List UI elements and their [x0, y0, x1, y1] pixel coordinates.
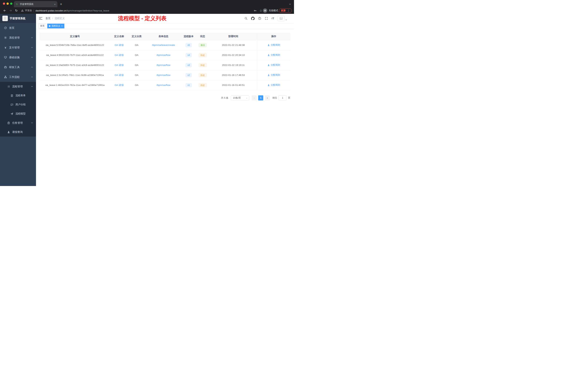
fullscreen-icon[interactable]: [265, 17, 268, 20]
chat-group-icon: [10, 103, 13, 106]
definition-name-link[interactable]: OA 请假: [115, 84, 124, 87]
bookmark-star-icon[interactable]: ☆: [260, 9, 262, 12]
update-label: 更新: [281, 9, 286, 12]
next-page-button[interactable]: ›: [265, 95, 270, 100]
cell-actions: 分配规则: [257, 80, 290, 90]
browser-update-button[interactable]: 更新 ⋮: [279, 8, 292, 13]
cell-version: v2: [182, 70, 196, 80]
assign-rule-button[interactable]: 分配规则: [267, 53, 280, 57]
version-badge: v5: [186, 43, 192, 47]
table-row: oa_leave:2:3c1f0ef1-76b1-11ec-9c66-a2380…: [40, 70, 290, 80]
tag-home[interactable]: 首页: [39, 24, 46, 28]
page-size-select[interactable]: 10条/页: [231, 95, 249, 100]
form-info-link[interactable]: /bpm/oa/flow: [157, 84, 170, 87]
tag-close-icon[interactable]: ×: [61, 25, 63, 27]
assign-rule-button[interactable]: 分配规则: [267, 73, 280, 77]
cell-definition-name: OA 请假: [110, 80, 128, 90]
new-tab-button[interactable]: +: [60, 2, 62, 6]
security-indicator[interactable]: 不安全: [21, 9, 32, 12]
cell-definition-id: oa_leave:4:991f2193-7b7f-11ec-a3c8-acde4…: [40, 50, 110, 60]
sidebar-item-process-model[interactable]: 流程模型: [0, 109, 36, 118]
cell-definition-id: oa_leave:2:3c1f0ef1-76b1-11ec-9c66-a2380…: [40, 70, 110, 80]
address-field[interactable]: 不安全 dashboard.yudao.iocoder.cn/bpm/manag…: [21, 9, 262, 12]
cell-form-info: /bpm/oa/flow: [145, 50, 182, 60]
goto-page-input[interactable]: [279, 95, 286, 100]
sidebar-item-dev-tools[interactable]: 研发工具: [0, 62, 36, 72]
form-info-link[interactable]: /bpm/oa/leave/create: [152, 44, 175, 46]
table-row: oa_leave:1:482ec033-762a-11ec-8477-a2380…: [40, 80, 290, 90]
github-icon[interactable]: [251, 17, 254, 20]
sidebar-item-process-form[interactable]: 流程表单: [0, 91, 36, 100]
tab-search-chevron-icon[interactable]: [289, 3, 291, 5]
window-minimize-button[interactable]: [7, 2, 9, 5]
sidebar-item-leave-query[interactable]: 请假查询: [0, 127, 36, 136]
tag-process-definition[interactable]: 流程定义 ×: [47, 24, 64, 28]
sidebar-item-process-mgmt[interactable]: 流程管理: [0, 82, 36, 91]
cell-status: 激活: [196, 40, 210, 50]
security-label: 不安全: [25, 9, 32, 12]
col-header-definition-name: 定义名称: [110, 33, 128, 40]
prev-page-button[interactable]: ‹: [252, 95, 257, 100]
form-info-link[interactable]: /bpm/oa/flow: [157, 74, 170, 77]
version-badge: v3: [186, 63, 192, 67]
cell-version: v4: [182, 50, 196, 60]
window-close-button[interactable]: [3, 2, 5, 5]
sidebar-item-home[interactable]: 首页: [0, 23, 36, 33]
sidebar: 芋道管理系统 首页 系统管理 ¥ 支付管理 基础设施 研发工具: [0, 14, 36, 186]
assign-rule-button[interactable]: 分配规则: [267, 43, 280, 47]
tags-view-bar: 首页 流程定义 ×: [36, 23, 294, 29]
workflow-submenu: 流程管理 流程表单 用户分组 流程模型 任务管理: [0, 82, 36, 136]
app-logo[interactable]: 芋道管理系统: [0, 14, 36, 23]
sidebar-item-user-group[interactable]: 用户分组: [0, 100, 36, 109]
reload-icon[interactable]: ↻: [14, 8, 19, 13]
url-text: dashboard.yudao.iocoder.cn/bpm/manager/d…: [35, 9, 109, 12]
window-zoom-button[interactable]: [10, 2, 12, 5]
back-icon[interactable]: [2, 8, 7, 13]
assign-rule-label: 分配规则: [271, 53, 280, 57]
breadcrumb: 首页 / 流程定义: [45, 17, 65, 20]
form-info-link[interactable]: /bpm/oa/flow: [157, 54, 170, 56]
definition-name-link[interactable]: OA 请假: [115, 44, 124, 46]
cell-definition-id: oa_leave:1:482ec033-762a-11ec-8477-a2380…: [40, 80, 110, 90]
assign-rule-button[interactable]: 分配规则: [267, 83, 280, 87]
cell-form-info: /bpm/oa/flow: [145, 80, 182, 90]
forward-icon[interactable]: [8, 8, 13, 13]
definition-name-link[interactable]: OA 请假: [115, 64, 124, 66]
font-size-icon[interactable]: TT: [272, 17, 274, 20]
table-header-row: 定义编号 定义名称 定义分类 表单信息 流程版本 状态 部署时间 操作: [40, 33, 290, 40]
sidebar-item-infrastructure[interactable]: 基础设施: [0, 52, 36, 62]
hamburger-icon[interactable]: [39, 17, 42, 20]
caret-down-icon: [285, 19, 287, 21]
cell-category: OA: [128, 80, 145, 90]
form-info-link[interactable]: /bpm/oa/flow: [157, 64, 170, 66]
assign-rule-label: 分配规则: [271, 83, 280, 87]
paper-plane-icon: [10, 112, 13, 115]
browser-window: 芋道管理系统 × + ↻ 不安全 dashboard.yudao.iocoder…: [0, 0, 294, 14]
sidebar-item-payment-mgmt[interactable]: ¥ 支付管理: [0, 43, 36, 52]
sidebar-item-system-mgmt[interactable]: 系统管理: [0, 33, 36, 43]
breadcrumb-home[interactable]: 首页: [45, 17, 51, 20]
password-key-icon[interactable]: [254, 9, 257, 12]
sidebar-item-task-mgmt[interactable]: 任务管理: [0, 118, 36, 127]
chevron-down-icon: [31, 122, 33, 124]
table-body: oa_leave:5:004b710b-7b8a-11ec-8ef0-acde4…: [40, 40, 290, 90]
tab-close-icon[interactable]: ×: [54, 3, 56, 6]
browser-menu-icon[interactable]: ⋮: [287, 9, 290, 12]
user-icon: [267, 44, 270, 46]
assign-rule-button[interactable]: 分配规则: [267, 63, 280, 67]
chevron-down-icon: [31, 37, 33, 39]
search-icon[interactable]: [244, 17, 248, 20]
incognito-label: 无痕模式: [269, 9, 278, 12]
definition-name-link[interactable]: OA 请假: [115, 74, 124, 77]
sidebar-item-workflow[interactable]: 工作流程: [0, 72, 36, 82]
definition-name-link[interactable]: OA 请假: [115, 54, 124, 56]
chevron-down-icon: [31, 46, 33, 49]
sidebar-item-label: 首页: [9, 26, 33, 30]
page-1-button[interactable]: 1: [258, 95, 263, 100]
user-icon: [267, 74, 270, 76]
user-avatar[interactable]: [278, 16, 287, 21]
browser-tab[interactable]: 芋道管理系统 ×: [14, 1, 57, 7]
help-icon[interactable]: [258, 17, 261, 20]
cell-status: 挂起: [196, 50, 210, 60]
sidebar-item-label: 流程模型: [15, 112, 33, 115]
